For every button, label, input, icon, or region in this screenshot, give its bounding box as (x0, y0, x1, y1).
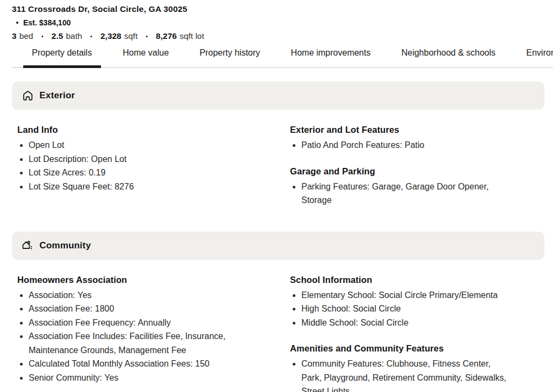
listing-address: 311 Crossroads Dr, Social Circle, GA 300… (12, 4, 553, 14)
stat-unit: bath (66, 31, 82, 41)
garage-parking-list: Parking Features: Garage, Garage Door Op… (290, 180, 509, 207)
list-item: Association Fee Frequency: Annually (29, 316, 237, 330)
stat-unit: bed (19, 31, 33, 41)
list-item: Lot Size Square Feet: 8276 (29, 180, 237, 194)
group-land-info: Land Info Open Lot Lot Description: Open… (17, 125, 237, 193)
tab-property-history[interactable]: Property history (200, 48, 260, 67)
community-left-column: Homeowners Association Association: Yes … (17, 275, 237, 392)
group-heading: Amenities and Community Features (290, 343, 509, 354)
tab-environment[interactable]: Environm (527, 48, 553, 67)
list-item: Open Lot (29, 138, 237, 152)
list-item: Patio And Porch Features: Patio (301, 138, 509, 152)
exterior-columns: Land Info Open Lot Lot Description: Open… (12, 110, 553, 218)
stat-separator: • (42, 33, 44, 39)
group-heading: Exterior and Lot Features (290, 125, 509, 135)
listing-stats: 3 bed • 2.5 bath • 2,328 sqft • 8,276 sq… (12, 31, 553, 41)
list-item: Parking Features: Garage, Garage Door Op… (301, 180, 509, 207)
tab-property-details[interactable]: Property details (32, 48, 92, 67)
stat-value: 2,328 (100, 31, 122, 41)
section-header-exterior: Exterior (12, 82, 544, 110)
community-right-column: School Information Elementary School: So… (290, 275, 509, 392)
stat-value: 2.5 (51, 31, 63, 41)
estimate-value: Est. $384,100 (23, 18, 71, 27)
list-item: Association: Yes (29, 288, 237, 302)
list-item: Elementary School: Social Circle Primary… (301, 288, 509, 302)
stat-unit: sqft (124, 31, 138, 41)
stat-lot-size: 8,276 sqft lot (156, 31, 204, 41)
list-item: High School: Social Circle (301, 302, 509, 316)
list-item: Calculated Total Monthly Association Fee… (29, 357, 237, 371)
house-icon (21, 89, 34, 102)
section-title: Community (39, 240, 91, 251)
estimate-row: Est. $384,100 (16, 18, 553, 27)
stat-beds: 3 bed (12, 31, 33, 41)
amenities-list: Community Features: Clubhouse, Fitness C… (290, 357, 509, 392)
group-heading: School Information (290, 275, 509, 285)
section-title: Exterior (39, 90, 75, 101)
group-exterior-lot-features: Exterior and Lot Features Patio And Porc… (290, 125, 509, 152)
tab-home-improvements[interactable]: Home improvements (291, 48, 371, 67)
group-homeowners-association: Homeowners Association Association: Yes … (17, 275, 237, 385)
list-item: Association Fee: 1800 (29, 302, 237, 316)
group-amenities-community-features: Amenities and Community Features Communi… (290, 343, 509, 392)
stat-value: 8,276 (156, 31, 177, 41)
list-item: Community Features: Clubhouse, Fitness C… (301, 357, 509, 392)
list-item: Senior Community: Yes (29, 371, 237, 385)
group-school-information: School Information Elementary School: So… (290, 275, 509, 330)
tab-home-value[interactable]: Home value (123, 48, 168, 67)
hoa-list: Association: Yes Association Fee: 1800 A… (17, 288, 237, 385)
stat-sqft: 2,328 sqft (100, 31, 138, 41)
section-exterior: Exterior Land Info Open Lot Lot Descript… (12, 82, 553, 218)
stat-separator: • (90, 33, 92, 39)
list-item: Association Fee Includes: Facilities Fee… (29, 329, 237, 357)
stat-unit: sqft lot (179, 31, 204, 41)
list-item: Middle School: Social Circle (301, 316, 509, 330)
community-columns: Homeowners Association Association: Yes … (12, 260, 553, 392)
section-header-community: Community (12, 232, 544, 260)
section-community: Community Homeowners Association Associa… (12, 232, 553, 392)
tab-neighborhood-schools[interactable]: Neighborhood & schools (401, 48, 495, 67)
community-icon (21, 239, 34, 252)
land-info-list: Open Lot Lot Description: Open Lot Lot S… (17, 138, 237, 193)
school-list: Elementary School: Social Circle Primary… (290, 288, 509, 330)
exterior-left-column: Land Info Open Lot Lot Description: Open… (17, 125, 237, 207)
exterior-right-column: Exterior and Lot Features Patio And Porc… (290, 125, 509, 207)
property-details-page: 311 Crossroads Dr, Social Circle, GA 300… (0, 0, 553, 392)
bullet-dot (16, 22, 18, 24)
group-garage-parking: Garage and Parking Parking Features: Gar… (290, 166, 509, 207)
list-item: Lot Description: Open Lot (29, 152, 237, 166)
group-heading: Homeowners Association (17, 275, 237, 285)
property-details-content: Exterior Land Info Open Lot Lot Descript… (12, 82, 553, 392)
list-item: Lot Size Acres: 0.19 (29, 166, 237, 180)
stat-value: 3 (12, 31, 17, 41)
group-heading: Garage and Parking (290, 166, 509, 177)
listing-header: 311 Crossroads Dr, Social Circle, GA 300… (12, 4, 553, 41)
stat-baths: 2.5 bath (51, 31, 82, 41)
group-heading: Land Info (17, 125, 237, 135)
tab-bar: Property details Home value Property his… (12, 48, 553, 68)
stat-separator: • (146, 33, 148, 39)
exterior-lot-list: Patio And Porch Features: Patio (290, 138, 509, 152)
